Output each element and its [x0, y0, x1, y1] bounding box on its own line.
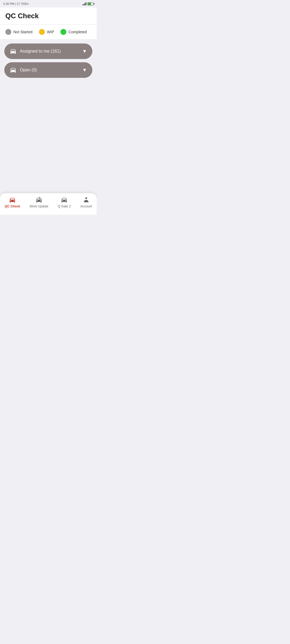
open-accordion-button[interactable]: Open (0) ▼	[4, 62, 92, 78]
nav-item-account[interactable]: Account	[77, 195, 95, 209]
assigned-car-icon	[10, 48, 17, 55]
q-gate-2-nav-label: Q Gate 2	[58, 204, 71, 208]
completed-label: Completed	[68, 30, 87, 34]
assigned-accordion-button[interactable]: Assigned to me (161) ▼	[4, 43, 92, 59]
page-header: QC Check	[0, 8, 97, 25]
work-update-nav-icon	[35, 196, 42, 203]
nav-item-q-gate-2[interactable]: Q Gate 2	[55, 195, 74, 209]
work-update-nav-label: Work Update	[30, 204, 48, 208]
nav-item-qc-check[interactable]: QC Check	[2, 195, 23, 209]
not-started-dot	[5, 29, 11, 35]
legend-wip: WIP	[39, 29, 54, 35]
assigned-chevron-icon: ▼	[82, 49, 87, 54]
wip-dot	[39, 29, 45, 35]
page-title: QC Check	[5, 12, 91, 20]
account-nav-label: Account	[80, 204, 92, 208]
status-time: 5:30 PM | 17.7KB/s	[3, 2, 29, 5]
q-gate-2-nav-icon	[61, 196, 68, 203]
assigned-label: Assigned to me (161)	[20, 49, 79, 54]
battery-icon	[88, 2, 93, 5]
signal-icon	[82, 2, 86, 5]
svg-rect-1	[85, 201, 87, 202]
completed-dot	[60, 29, 66, 35]
nav-item-work-update[interactable]: Work Update	[26, 195, 52, 209]
legend-completed: Completed	[60, 29, 87, 35]
svg-rect-2	[86, 200, 87, 201]
account-nav-icon	[83, 196, 90, 203]
bottom-nav: QC Check Work Update Q Gate 2 Account	[0, 193, 97, 215]
status-icons	[82, 2, 93, 5]
open-chevron-icon: ▼	[82, 67, 87, 73]
main-content: Assigned to me (161) ▼ Open (0) ▼	[0, 39, 97, 82]
legend-section: Not Started WIP Completed	[0, 25, 97, 39]
qc-check-nav-icon	[9, 196, 16, 203]
not-started-label: Not Started	[13, 30, 32, 34]
legend-not-started: Not Started	[5, 29, 32, 35]
qc-check-nav-label: QC Check	[5, 204, 20, 208]
wip-label: WIP	[47, 30, 54, 34]
open-label: Open (0)	[20, 68, 79, 72]
open-car-icon	[10, 67, 17, 74]
status-bar: 5:30 PM | 17.7KB/s	[0, 0, 97, 8]
svg-point-0	[85, 197, 87, 199]
